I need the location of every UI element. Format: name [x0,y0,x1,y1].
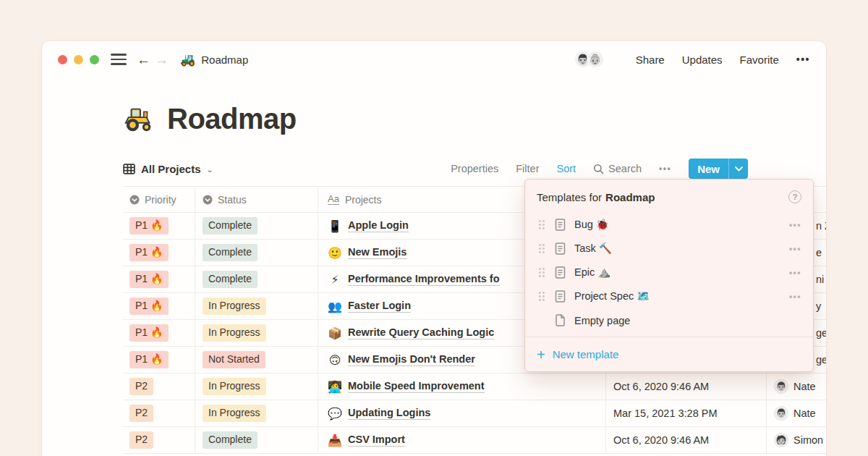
breadcrumb-page-title[interactable]: Roadmap [201,54,248,66]
dropdown-title-page: Roadmap [605,191,655,203]
column-header-priority[interactable]: Priority [123,187,195,212]
blank-page-icon [554,314,566,326]
drag-handle-icon[interactable] [537,219,547,230]
project-cell[interactable]: 👩‍💻 Mobile Speed Improvement [318,373,606,400]
priority-cell[interactable]: P1 🔥 [123,213,195,239]
sidebar-menu-icon[interactable] [111,54,127,65]
status-cell[interactable]: Complete [195,213,318,239]
priority-cell[interactable]: P1 🔥 [123,266,195,292]
status-cell[interactable]: Not Started [195,347,318,373]
title-bar: ← → 🚜 Roadmap 👨 👵 Share Updates Favorite… [42,41,826,77]
favorite-button[interactable]: Favorite [740,54,779,66]
new-template-button[interactable]: + New template [525,337,813,371]
project-page-link[interactable]: Rewrite Query Caching Logic [348,326,494,339]
person-cell[interactable]: 🧑 Simon [767,427,826,453]
view-more-options-icon[interactable]: ••• [659,164,671,174]
table-row: P2 In Progress 👩‍💻 Mobile Speed Improvem… [123,373,826,400]
priority-tag: P2 [129,431,153,449]
status-tag: In Progress [203,297,266,315]
template-item[interactable]: Task 🔨 ••• [525,237,813,261]
person-cell[interactable]: 👨 Nate [767,400,826,426]
template-more-options-icon[interactable]: ••• [789,244,801,254]
person-name: Simon [793,434,823,446]
project-page-link[interactable]: Apple Login [348,219,409,232]
template-more-options-icon[interactable]: ••• [789,292,801,302]
share-button[interactable]: Share [636,54,665,66]
drag-handle-icon[interactable] [537,291,547,302]
priority-cell[interactable]: P1 🔥 [123,293,195,319]
status-cell[interactable]: Complete [195,427,318,453]
back-arrow-icon[interactable]: ← [137,53,150,67]
document-icon [554,242,566,255]
view-switcher[interactable]: All Projects ⌄ [123,163,213,175]
status-cell[interactable]: Complete [195,266,318,292]
project-page-link[interactable]: New Emojis [348,246,407,259]
help-icon[interactable]: ? [788,190,801,203]
priority-tag: P2 [129,405,153,422]
updates-button[interactable]: Updates [682,54,723,66]
priority-cell[interactable]: P2 [123,400,195,426]
search-button[interactable]: Search [593,163,642,174]
template-more-options-icon[interactable]: ••• [789,220,801,230]
date-value: Oct 6, 2020 9:46 AM [613,434,709,446]
date-cell[interactable]: Oct 6, 2020 9:46 AM [606,427,767,453]
text-icon: Aa [328,194,339,205]
plus-icon: + [537,347,545,362]
date-cell[interactable]: Mar 15, 2021 3:28 PM [606,400,767,426]
date-cell[interactable]: Oct 6, 2020 9:46 AM [606,373,767,400]
tractor-icon: 🚜 [180,52,195,67]
status-cell[interactable]: In Progress [195,400,318,426]
dropdown-title: Templates for Roadmap ? [525,180,813,206]
project-cell[interactable]: 📥 CSV Import [318,427,606,453]
forward-arrow-icon[interactable]: → [155,53,169,67]
minimize-window-icon[interactable] [74,55,83,64]
filter-button[interactable]: Filter [516,163,539,174]
status-cell[interactable]: In Progress [195,293,318,319]
template-item[interactable]: Project Spec 🗺️ ••• [525,284,813,308]
priority-cell[interactable]: P1 🔥 [123,347,195,373]
page-header: Roadmap [123,102,297,135]
close-window-icon[interactable] [58,55,67,64]
sort-button[interactable]: Sort [557,163,576,174]
drag-handle-icon[interactable] [537,243,547,254]
properties-button[interactable]: Properties [451,163,498,174]
template-more-options-icon[interactable]: ••• [789,268,801,278]
status-cell[interactable]: In Progress [195,373,318,400]
priority-cell[interactable]: P2 [123,427,195,453]
project-page-link[interactable]: Faster Login [348,300,411,313]
status-tag: In Progress [203,324,266,342]
view-toolbar: All Projects ⌄ Properties Filter Sort Se… [123,156,748,182]
priority-tag: P1 🔥 [129,244,169,261]
project-cell[interactable]: 💬 Updating Logins [318,400,606,426]
column-label: Projects [345,194,382,206]
priority-cell[interactable]: P2 [123,373,195,400]
status-cell[interactable]: Complete [195,240,318,266]
select-icon [129,195,140,205]
priority-cell[interactable]: P1 🔥 [123,240,195,266]
project-page-link[interactable]: Performance Improvements fo [348,273,500,286]
project-page-link[interactable]: New Emojis Don't Render [348,353,475,366]
zoom-window-icon[interactable] [90,55,99,64]
avatar[interactable]: 👵 [587,51,604,68]
status-tag: Complete [203,431,258,449]
new-button[interactable]: New [689,159,748,179]
project-page-link[interactable]: Updating Logins [348,407,430,420]
priority-cell[interactable]: P1 🔥 [123,320,195,346]
person-cell[interactable]: 👨 Nate [767,373,826,400]
date-value: Oct 6, 2020 9:46 AM [613,381,709,392]
person-avatar: 👨 [774,379,788,394]
table-row: P2 In Progress 💬 Updating Logins Mar 15,… [123,400,826,427]
template-item[interactable]: Epic ⛰️ ••• [525,261,813,284]
more-options-icon[interactable]: ••• [796,54,810,65]
chevron-down-icon[interactable] [729,159,748,179]
project-page-link[interactable]: Mobile Speed Improvement [348,380,485,393]
drag-handle-icon[interactable] [537,267,547,278]
project-page-link[interactable]: CSV Import [348,434,405,447]
template-item[interactable]: Empty page [525,308,813,332]
project-icon: 📱 [328,219,342,233]
status-cell[interactable]: In Progress [195,320,318,346]
template-item[interactable]: Bug 🐞 ••• [525,213,813,237]
column-header-status[interactable]: Status [195,187,318,212]
tractor-icon[interactable] [123,102,156,135]
project-icon: 🙂 [328,246,342,260]
